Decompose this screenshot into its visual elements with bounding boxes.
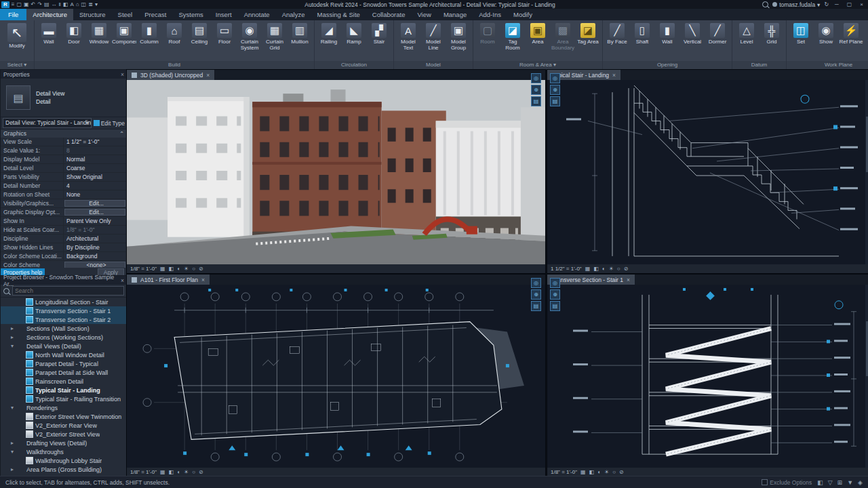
tab-analyze[interactable]: Analyze [276,9,311,20]
detail-level-icon[interactable]: ▦ [580,469,586,475]
press-drag-icon[interactable]: ⊞ [837,479,843,486]
tag-room-button[interactable]: ◪Tag Room [500,22,525,52]
wall-opening-button[interactable]: ▮Wall [655,22,679,52]
shadows-icon[interactable]: ◐ [597,469,601,475]
view-tab-stair-section[interactable]: Transverse Section - Stair 1 × [547,274,635,285]
redo[interactable]: ↷ [37,1,42,8]
door-button[interactable]: ◧Door [62,22,86,52]
3d-canvas[interactable] [127,80,545,264]
tag-by-category[interactable]: ◧ [63,1,68,8]
browser-item-v2-exterior-rear-view[interactable]: V2_Exterior Rear View [1,421,127,430]
tree-down-arrow[interactable]: ▾ [11,343,16,349]
browser-item-walkthroughs[interactable]: ▾Walkthroughs [1,447,127,456]
model-text-button[interactable]: AModel Text [396,22,420,52]
navigation-wheel-icon[interactable]: ◎ [531,278,541,288]
scrollbar[interactable] [865,285,868,468]
print[interactable]: ▤ [44,1,50,8]
ref-plane-button[interactable]: ⚡Ref Plane [839,22,863,52]
floor-button[interactable]: ▭Floor [212,22,237,52]
tab-insert[interactable]: Insert [210,9,238,20]
property-value[interactable]: 1 1/2" = 1'-0" [63,138,127,146]
tree-right-arrow[interactable]: ▸ [11,466,16,472]
visual-style-icon[interactable]: ◧ [169,469,174,475]
pan-icon[interactable]: ⊕ [550,85,560,95]
stair-detail-canvas[interactable] [547,80,868,264]
sun-path-icon[interactable]: ☀ [609,266,614,272]
curtain-grid-button[interactable]: ▦Curtain Grid [262,22,287,52]
scrollbar[interactable] [865,80,868,264]
tree-right-arrow[interactable]: ▸ [11,440,16,446]
tree-right-arrow[interactable]: ▸ [11,334,16,340]
visual-style-icon[interactable]: ◧ [589,469,595,475]
sun-path-icon[interactable]: ☀ [184,266,189,272]
ramp-button[interactable]: ◣Ramp [342,22,366,52]
app-menu[interactable]: ≡ [12,1,15,8]
tab-annotate[interactable]: Annotate [238,9,276,20]
tab-massing-site[interactable]: Massing & Site [311,9,366,20]
property-value[interactable]: Show Original [63,173,127,181]
dormer-button[interactable]: ╱Dormer [705,22,730,52]
area-button[interactable]: ▣Area [526,22,550,52]
tag-area-button[interactable]: ◪Tag Area [576,22,600,52]
tab-view[interactable]: View [411,9,437,20]
type-selector[interactable]: ▾Detail View: Typical Stair - Landing [3,118,92,128]
ceiling-button[interactable]: ▤Ceiling [187,22,212,52]
browser-item-v2-exterior-street-view[interactable]: V2_Exterior Street View [1,430,127,439]
tab-steel[interactable]: Steel [112,9,139,20]
navigation-wheel-icon[interactable]: ◎ [550,73,560,83]
browser-item-drafting-views-detail[interactable]: ▸Drafting Views (Detail) [1,439,127,447]
graphics-section-header[interactable]: Graphics ⌃ [1,129,127,138]
viewport-stair-detail[interactable]: Typical Stair - Landing × [547,69,868,274]
level-button[interactable]: △Level [734,22,759,52]
user-account-menu[interactable]: tomasz.fudala ▾ [772,1,820,8]
viewport-3d[interactable]: 3D (Shaded) Uncropped × [126,69,546,274]
browser-item-sections-working-sections[interactable]: ▸Sections (Working Sections) [1,333,127,342]
visual-style-icon[interactable]: ◧ [593,266,599,272]
temporary-hide-icon[interactable]: ⊘ [624,266,629,272]
browser-item-rainscreen-detail[interactable]: Rainscreen Detail [1,377,127,386]
floor-plan-canvas[interactable] [127,285,545,468]
editable-only-icon[interactable]: ▽ [828,479,833,486]
vertical-opening-button[interactable]: ╲Vertical [680,22,705,52]
tree-right-arrow[interactable]: ▸ [11,325,16,331]
pan-icon[interactable]: ⊕ [531,85,541,95]
railing-button[interactable]: ◢Railing [317,22,341,52]
curtain-system-button[interactable]: ◉Curtain System [237,22,262,52]
shaft-button[interactable]: ▯Shaft [630,22,654,52]
pan-icon[interactable]: ⊕ [531,289,541,300]
sync-icon[interactable]: ↻ [824,1,829,8]
browser-item-renderings[interactable]: ▾Renderings [1,403,127,412]
zoom-icon[interactable]: ▤ [550,96,560,106]
edit-type-button[interactable]: Edit Type [94,120,125,127]
text[interactable]: A [70,1,73,8]
view-tab-floor-plan[interactable]: A101 - First Floor Plan × [127,274,210,285]
temporary-hide-icon[interactable]: ⊘ [619,469,624,475]
viewport-stair-section[interactable]: Transverse Section - Stair 1 × [547,274,868,477]
tab-file[interactable]: File [0,9,26,20]
browser-item-transverse-section-stair-2[interactable]: Transverse Section - Stair 2 [1,315,127,324]
close-icon[interactable]: × [612,72,616,79]
browser-item-parapet-detail-typical[interactable]: Parapet Detail - Typical [1,359,127,368]
property-value[interactable]: None [63,190,127,199]
search-input[interactable] [12,286,124,296]
by-face-button[interactable]: ╱By Face [605,22,629,52]
property-value[interactable]: Background [63,252,127,260]
temporary-hide-icon[interactable]: ⊘ [199,469,203,475]
zoom-icon[interactable]: ▤ [550,301,560,311]
section[interactable]: ◫ [81,1,87,8]
crop-view-icon[interactable]: ○ [192,469,195,475]
property-value[interactable]: 4 [63,182,127,190]
tab-precast[interactable]: Precast [138,9,172,20]
tab-structure[interactable]: Structure [73,9,112,20]
stair-button[interactable]: ▞Stair [367,22,391,52]
undo[interactable]: ↶ [31,1,36,8]
default-3d-view[interactable]: ⌂ [76,1,79,8]
detail-level-icon[interactable]: ▦ [160,266,165,272]
open[interactable]: ▢ [16,1,22,8]
collapse-icon[interactable]: ⌃ [119,130,124,137]
zoom-icon[interactable]: ▤ [531,96,541,106]
pan-icon[interactable]: ⊕ [550,289,560,300]
column-button[interactable]: ▮Column [137,22,161,52]
browser-item-typical-stair-railing-transition[interactable]: Typical Stair - Railing Transition [1,394,127,403]
shadows-icon[interactable]: ◐ [177,266,180,272]
